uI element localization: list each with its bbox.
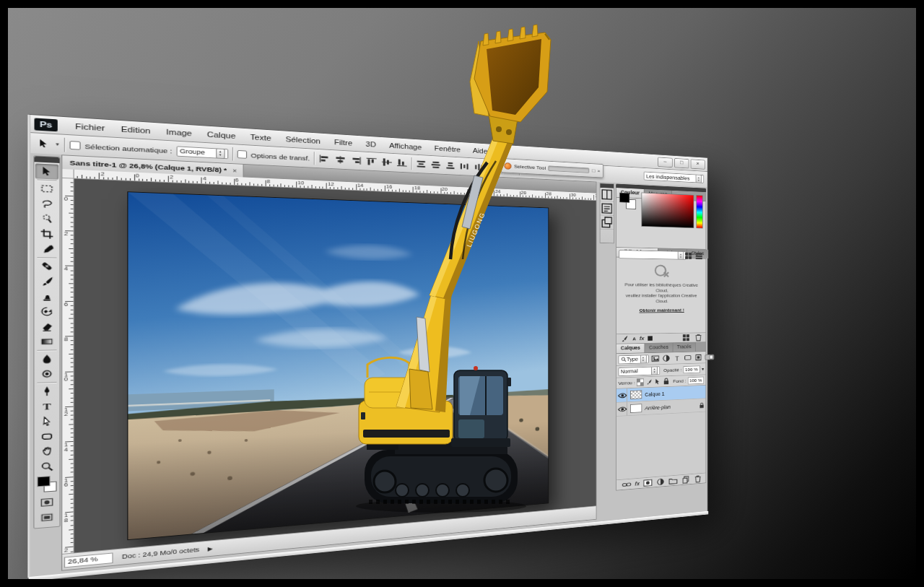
shape-tool[interactable]	[35, 428, 58, 444]
zoom-level-field[interactable]: 26,84 %	[64, 552, 113, 568]
visibility-eye-icon[interactable]	[617, 391, 627, 400]
auto-select-dropdown[interactable]: Groupe▴▾	[176, 146, 228, 159]
tab-couches[interactable]: Couches	[645, 343, 673, 352]
menu-3d[interactable]: 3D	[359, 136, 383, 152]
opacity-stepper[interactable]: ▾	[702, 366, 704, 371]
list-view-icon[interactable]	[694, 252, 703, 260]
align-center-horizontal-icon[interactable]	[334, 155, 346, 164]
tab-traces[interactable]: Tracés	[673, 342, 696, 352]
healing-brush-tool[interactable]	[35, 258, 58, 274]
fill-field[interactable]: 100 %	[688, 376, 705, 384]
panel-foreground-swatch[interactable]	[619, 193, 629, 203]
layer-style-icon[interactable]: fx	[635, 480, 640, 486]
menu-edition[interactable]: Edition	[113, 121, 159, 139]
screen-mode-button[interactable]	[35, 509, 58, 526]
menu-aide[interactable]: Aide	[466, 143, 493, 159]
selective-tool-minimize[interactable]: □	[592, 168, 595, 173]
filter-adjustment-layers-icon[interactable]	[661, 355, 671, 362]
quick-selection-tool[interactable]	[35, 211, 58, 227]
sync-icon[interactable]	[681, 334, 690, 342]
brush-tool[interactable]	[35, 274, 58, 289]
canvas-viewport[interactable]	[74, 179, 596, 554]
align-left-icon[interactable]	[318, 154, 331, 163]
collapsed-panel-properties-icon[interactable]	[601, 201, 614, 216]
add-color-icon[interactable]	[648, 336, 652, 340]
link-layers-icon[interactable]	[622, 480, 631, 489]
workspace-dropdown[interactable]: Les indispensables▴▾	[644, 172, 704, 183]
distribute-vertical-icon[interactable]	[430, 160, 441, 170]
collapsed-panel-history-icon[interactable]	[601, 188, 614, 202]
tab-calques[interactable]: Calques	[616, 344, 645, 354]
add-character-style-icon[interactable]: A	[632, 336, 636, 341]
eyedropper-tool[interactable]	[35, 241, 58, 256]
blend-mode-dropdown[interactable]: Normal▴▾	[619, 366, 661, 376]
adjustment-layer-icon[interactable]	[656, 477, 666, 486]
distribute-right-icon[interactable]	[487, 163, 498, 173]
delete-layer-icon[interactable]	[694, 474, 702, 483]
clone-stamp-tool[interactable]	[35, 289, 58, 304]
opacity-field[interactable]: 100 %	[684, 365, 700, 373]
add-layer-style-icon[interactable]: fx	[640, 336, 644, 342]
foreground-color-swatch[interactable]	[37, 476, 50, 487]
library-dropdown[interactable]: ▴▾	[619, 250, 686, 260]
filter-shape-layers-icon[interactable]	[683, 354, 692, 362]
collapsed-panel-layer-comps-icon[interactable]	[601, 215, 614, 230]
align-center-vertical-icon[interactable]	[381, 157, 393, 167]
transform-controls-checkbox[interactable]	[237, 150, 246, 159]
distribute-bottom-icon[interactable]	[445, 161, 456, 170]
align-right-icon[interactable]	[350, 156, 362, 165]
lock-all-icon[interactable]	[663, 378, 670, 386]
menu-image[interactable]: Image	[158, 123, 199, 142]
menu-calque[interactable]: Calque	[199, 126, 243, 144]
filter-pixel-layers-icon[interactable]	[650, 355, 660, 362]
close-button[interactable]: ×	[691, 159, 705, 169]
add-mask-icon[interactable]	[643, 478, 653, 487]
hand-tool[interactable]	[35, 443, 58, 460]
hue-slider[interactable]	[696, 195, 702, 228]
grid-view-icon[interactable]	[684, 252, 692, 260]
align-top-icon[interactable]	[365, 157, 377, 166]
selective-tool-slider[interactable]	[549, 165, 590, 173]
new-group-icon[interactable]	[668, 477, 678, 485]
distribute-center-icon[interactable]	[474, 162, 484, 172]
move-tool[interactable]	[35, 163, 58, 179]
dodge-tool[interactable]	[35, 366, 58, 382]
menu-affichage[interactable]: Affichage	[383, 138, 428, 155]
restore-button[interactable]: □	[674, 158, 689, 168]
eraser-tool[interactable]	[35, 319, 58, 334]
color-field[interactable]	[641, 193, 694, 229]
layer-thumbnail[interactable]	[630, 404, 642, 413]
marquee-tool[interactable]	[35, 181, 58, 196]
toolbar-grip[interactable]	[35, 156, 60, 163]
filter-type-layers-icon[interactable]: T	[672, 354, 681, 362]
menu-fen-tre[interactable]: Fenêtre	[428, 141, 466, 157]
status-options-arrow[interactable]: ▶	[208, 545, 213, 552]
delete-icon[interactable]	[694, 334, 702, 342]
path-selection-tool[interactable]	[35, 413, 58, 429]
minimize-button[interactable]: –	[658, 157, 673, 168]
filter-toggle-icon[interactable]	[705, 353, 715, 361]
lock-transparency-icon[interactable]	[637, 378, 644, 386]
blur-tool[interactable]	[35, 351, 58, 367]
pen-tool[interactable]	[35, 383, 58, 399]
distribute-top-icon[interactable]	[415, 160, 427, 169]
visibility-eye-icon[interactable]	[617, 405, 627, 414]
quick-mask-button[interactable]	[35, 494, 58, 510]
tab-close-icon[interactable]: ×	[232, 167, 237, 174]
lock-pixels-icon[interactable]	[645, 378, 653, 386]
auto-select-checkbox[interactable]	[69, 141, 80, 150]
type-tool[interactable]: T	[35, 399, 58, 414]
layer-thumbnail[interactable]	[630, 390, 642, 399]
menu-texte[interactable]: Texte	[243, 129, 279, 146]
lock-position-icon[interactable]	[654, 378, 661, 386]
lasso-tool[interactable]	[35, 196, 58, 212]
filter-smart-objects-icon[interactable]	[694, 354, 702, 362]
get-now-link[interactable]: Obtenir maintenant !	[640, 308, 684, 313]
add-brush-icon[interactable]	[619, 335, 629, 343]
canvas-photo[interactable]	[127, 191, 549, 540]
history-brush-tool[interactable]	[35, 304, 58, 319]
new-layer-icon[interactable]	[681, 475, 689, 484]
zoom-tool[interactable]	[35, 458, 58, 475]
menu-fichier[interactable]: Fichier	[67, 118, 113, 136]
align-bottom-icon[interactable]	[396, 158, 408, 168]
